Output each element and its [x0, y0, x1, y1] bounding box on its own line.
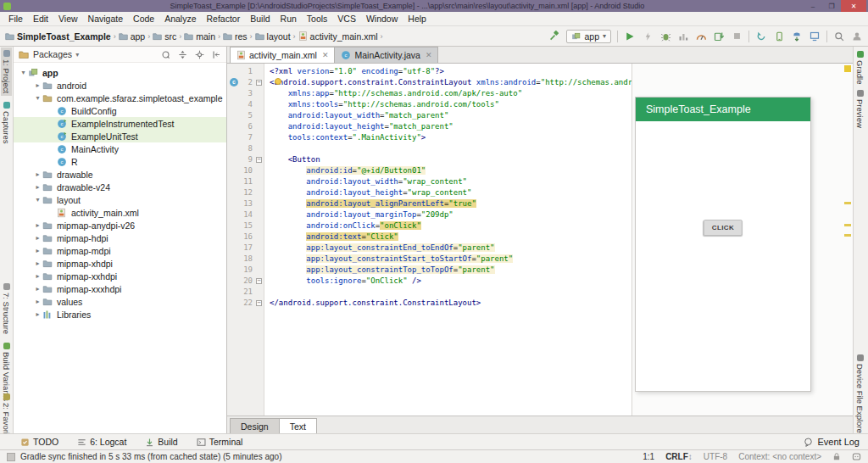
chevron-collapsed-icon[interactable]: ▸: [33, 285, 42, 293]
chevron-collapsed-icon[interactable]: ▸: [33, 247, 42, 254]
warning-mark[interactable]: [844, 202, 851, 204]
locate-file-icon[interactable]: [159, 48, 171, 60]
breadcrumb-item[interactable]: res: [223, 31, 248, 42]
toolwindow-tab-preview[interactable]: Preview: [854, 87, 865, 131]
sdk-manager-icon[interactable]: [791, 31, 803, 42]
warning-mark[interactable]: [844, 224, 851, 226]
menu-file[interactable]: File: [3, 14, 28, 24]
profiler-icon[interactable]: [677, 31, 689, 42]
tree-item-values[interactable]: ▸values: [14, 295, 226, 308]
menu-help[interactable]: Help: [403, 14, 431, 24]
toolwindow-tab-captures[interactable]: Captures: [1, 99, 12, 147]
mode-tab-text[interactable]: Text: [279, 418, 317, 433]
breadcrumb-item[interactable]: main: [184, 31, 215, 42]
chevron-collapsed-icon[interactable]: ▸: [33, 272, 42, 280]
tree-item-buildconfig[interactable]: cBuildConfig: [14, 104, 226, 117]
chevron-expanded-icon[interactable]: ▾: [19, 69, 28, 76]
chevron-collapsed-icon[interactable]: ▸: [33, 298, 42, 305]
toolwindow-button-build[interactable]: Build: [145, 437, 177, 447]
project-view-dropdown[interactable]: Packages ▾: [18, 48, 79, 60]
menu-build[interactable]: Build: [245, 14, 275, 24]
chevron-collapsed-icon[interactable]: ▸: [33, 221, 42, 229]
attach-debugger-icon[interactable]: [713, 31, 725, 42]
tree-item-r[interactable]: cR: [14, 155, 226, 168]
user-avatar-icon[interactable]: [851, 31, 863, 42]
tree-item-drawable-v24[interactable]: ▸drawable-v24: [14, 181, 226, 193]
menu-refactor[interactable]: Refactor: [202, 14, 246, 24]
breadcrumb-item[interactable]: src: [153, 31, 176, 42]
toolwindow-tab-1-project[interactable]: 1: Project: [1, 47, 12, 96]
menu-vcs[interactable]: VCS: [332, 14, 361, 24]
chevron-collapsed-icon[interactable]: ▸: [33, 81, 42, 89]
menu-run[interactable]: Run: [275, 14, 302, 24]
hide-panel-icon[interactable]: [210, 48, 222, 60]
tree-item-libraries[interactable]: ▸Libraries: [14, 308, 226, 321]
make-project-icon[interactable]: [548, 31, 560, 42]
intention-bulb-icon[interactable]: [275, 78, 281, 85]
line-ending-selector[interactable]: CRLF↕: [665, 452, 693, 461]
menu-code[interactable]: Code: [128, 14, 159, 24]
tree-item-layout[interactable]: ▾layout: [14, 193, 226, 206]
tree-item-mainactivity[interactable]: cMainActivity: [14, 142, 226, 155]
apply-changes-icon[interactable]: [642, 31, 654, 42]
tree-item-mipmap-mdpi[interactable]: ▸mipmap-mdpi: [14, 244, 226, 257]
menu-window[interactable]: Window: [361, 14, 403, 24]
sync-project-icon[interactable]: [755, 31, 767, 42]
settings-gear-icon[interactable]: [193, 48, 205, 60]
coverage-icon[interactable]: [695, 31, 707, 42]
editor-tab-activity-main-xml[interactable]: activity_main.xml✕: [230, 47, 335, 63]
chevron-expanded-icon[interactable]: ▾: [33, 196, 42, 204]
gradle-status-icon[interactable]: [852, 452, 861, 461]
chevron-collapsed-icon[interactable]: ▸: [33, 310, 42, 318]
toolwindow-tab-gradle[interactable]: Gradle: [854, 48, 865, 87]
avd-manager-icon[interactable]: [773, 31, 785, 42]
breadcrumb-item[interactable]: activity_main.xml: [298, 31, 378, 42]
fold-marker-icon[interactable]: −: [256, 80, 262, 86]
mode-tab-design[interactable]: Design: [230, 418, 280, 433]
toolwindow-button-terminal[interactable]: Terminal: [197, 437, 243, 447]
menu-view[interactable]: View: [53, 14, 83, 24]
tree-item-mipmap-anydpi-v26[interactable]: ▸mipmap-anydpi-v26: [14, 219, 226, 232]
breadcrumb-item[interactable]: layout: [255, 31, 291, 42]
encoding-selector[interactable]: UTF-8: [704, 452, 727, 461]
run-icon[interactable]: [624, 31, 636, 42]
toolwindow-button-todo[interactable]: TODO: [20, 437, 58, 447]
toolwindow-button-6-logcat[interactable]: 6: Logcat: [77, 437, 126, 447]
chevron-collapsed-icon[interactable]: ▸: [33, 259, 42, 267]
breadcrumb-item[interactable]: SimpleToast_Example: [5, 31, 111, 42]
gutter-class-icon[interactable]: c: [230, 78, 238, 86]
search-everywhere-icon[interactable]: [833, 31, 845, 42]
warning-mark[interactable]: [844, 234, 851, 237]
tree-item-com-example-sfaraz-simpletoast-example[interactable]: ▾com.example.sfaraz.simpletoast_example: [14, 92, 226, 104]
warning-indicator-icon[interactable]: [844, 65, 851, 72]
breadcrumb-item[interactable]: app: [119, 31, 146, 42]
toolwindow-tab-7-structure[interactable]: 7: Structure: [1, 281, 12, 337]
menu-tools[interactable]: Tools: [302, 14, 333, 24]
maximize-button[interactable]: ❐: [822, 0, 841, 12]
event-log-button[interactable]: Event Log: [804, 437, 860, 447]
minimize-button[interactable]: –: [804, 0, 822, 12]
fold-marker-icon[interactable]: −: [256, 300, 262, 306]
chevron-expanded-icon[interactable]: ▾: [33, 94, 42, 102]
menu-navigate[interactable]: Navigate: [83, 14, 128, 24]
tab-close-icon[interactable]: ✕: [322, 51, 329, 59]
chevron-collapsed-icon[interactable]: ▸: [33, 183, 42, 191]
debug-icon[interactable]: [659, 31, 671, 42]
tree-item-mipmap-xxhdpi[interactable]: ▸mipmap-xxhdpi: [14, 270, 226, 282]
menu-analyze[interactable]: Analyze: [159, 14, 201, 24]
tree-item-mipmap-xxxhdpi[interactable]: ▸mipmap-xxxhdpi: [14, 282, 226, 295]
tree-item-android[interactable]: ▸android: [14, 79, 226, 92]
toolwindow-tab-device-file-explorer[interactable]: Device File Explorer: [854, 352, 865, 438]
fold-marker-icon[interactable]: −: [256, 157, 262, 163]
tree-item-mipmap-xhdpi[interactable]: ▸mipmap-xhdpi: [14, 257, 226, 270]
tab-close-icon[interactable]: ✕: [426, 51, 432, 59]
editor-tab-mainactivity-java[interactable]: cMainActivity.java✕: [334, 47, 438, 63]
tree-item-app[interactable]: ▾app: [14, 66, 226, 79]
lock-icon[interactable]: [832, 452, 841, 461]
toolwindow-toggle-icon[interactable]: [7, 453, 15, 461]
device-monitor-icon[interactable]: [809, 31, 821, 42]
chevron-collapsed-icon[interactable]: ▸: [33, 170, 42, 178]
caret-position[interactable]: 1:1: [643, 452, 654, 461]
fold-marker-icon[interactable]: −: [256, 278, 262, 284]
stop-icon[interactable]: [731, 31, 743, 42]
